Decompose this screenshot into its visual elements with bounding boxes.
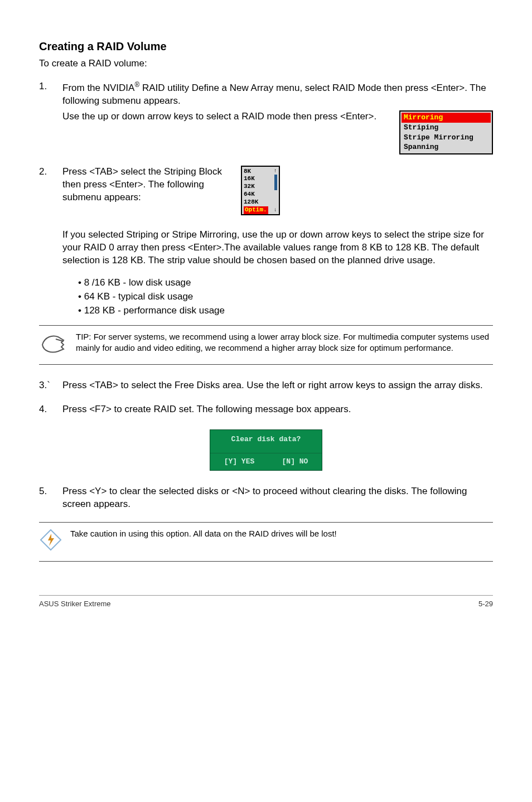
intro-text: To create a RAID volume: bbox=[39, 57, 493, 70]
raid-mode-submenu: Mirroring Striping Stripe Mirroring Span… bbox=[399, 110, 493, 154]
dialog-yes-option: [Y] YES bbox=[224, 457, 255, 467]
scrollbar-icon bbox=[274, 175, 277, 190]
stripe-option: 8K bbox=[244, 168, 251, 176]
step-1-text-1: From the NVIDIA® RAID utility Define a N… bbox=[62, 80, 493, 108]
step-2-text-1: Press <TAB> select the Striping Block th… bbox=[62, 166, 230, 204]
raid-mode-option: Striping bbox=[402, 123, 491, 133]
footer-left: ASUS Striker Extreme bbox=[39, 599, 111, 609]
step-2-text-2: If you selected Striping or Stripe Mirro… bbox=[62, 229, 493, 267]
step-2: 2. Press <TAB> select the Striping Block… bbox=[39, 166, 493, 216]
raid-mode-selected: Mirroring bbox=[402, 113, 491, 123]
hand-pointing-icon bbox=[39, 331, 68, 359]
step-number: 4. bbox=[39, 403, 62, 419]
bullet-item: 64 KB - typical disk usage bbox=[78, 291, 493, 303]
step-1: 1. From the NVIDIA® RAID utility Define … bbox=[39, 80, 493, 154]
step-1-text-2: Use the up or down arrow keys to select … bbox=[62, 110, 388, 123]
dialog-title: Clear disk data? bbox=[210, 430, 322, 454]
bullet-item: 8 /16 KB - low disk usage bbox=[78, 277, 493, 289]
text-fragment: From the NVIDIA bbox=[62, 83, 134, 93]
step-4: 4. Press <F7> to create RAID set. The fo… bbox=[39, 403, 493, 419]
footer-right: 5-29 bbox=[478, 599, 493, 609]
section-heading: Creating a RAID Volume bbox=[39, 39, 493, 54]
stripe-option: 64K bbox=[244, 191, 255, 197]
stripe-option: 128K bbox=[244, 199, 258, 205]
raid-mode-option: Spanning bbox=[402, 142, 491, 152]
stripe-option: 32K bbox=[244, 183, 255, 190]
tip-note: TIP: For server systems, we recommend us… bbox=[39, 325, 493, 365]
step-5: 5. Press <Y> to clear the selected disks… bbox=[39, 485, 493, 514]
stripe-selected: Optim. bbox=[244, 206, 268, 214]
clear-disk-dialog: Clear disk data? [Y] YES [N] NO bbox=[210, 429, 322, 471]
step-2-continuation: If you selected Striping or Stripe Mirro… bbox=[62, 229, 493, 317]
raid-mode-option: Stripe Mirroring bbox=[402, 133, 491, 143]
registered-mark: ® bbox=[134, 81, 139, 89]
step-number: 2. bbox=[39, 166, 62, 216]
page-footer: ASUS Striker Extreme 5-29 bbox=[39, 595, 493, 609]
tip-text: TIP: For server systems, we recommend us… bbox=[76, 331, 493, 354]
step-number: 1. bbox=[39, 80, 62, 154]
bullet-item: 128 KB - performance disk usage bbox=[78, 305, 493, 317]
caution-text: Take caution in using this option. All d… bbox=[70, 528, 337, 539]
step-3-text: Press <TAB> to select the Free Disks are… bbox=[62, 379, 493, 392]
svg-marker-1 bbox=[48, 534, 54, 546]
caution-note: Take caution in using this option. All d… bbox=[39, 522, 493, 562]
stripe-option: 16K bbox=[244, 175, 255, 182]
step-number: 3.` bbox=[39, 379, 62, 395]
step-5-text: Press <Y> to clear the selected disks or… bbox=[62, 485, 493, 511]
arrow-down-icon: ↓ bbox=[274, 207, 277, 214]
stripe-size-submenu: 8K↑ 16K 32K 64K 128K Optim.↓ bbox=[241, 166, 280, 216]
dialog-no-option: [N] NO bbox=[282, 457, 308, 467]
step-number: 5. bbox=[39, 485, 62, 514]
step-4-text: Press <F7> to create RAID set. The follo… bbox=[62, 403, 493, 416]
step-3: 3.` Press <TAB> to select the Free Disks… bbox=[39, 379, 493, 395]
lightning-warning-icon bbox=[39, 528, 62, 555]
